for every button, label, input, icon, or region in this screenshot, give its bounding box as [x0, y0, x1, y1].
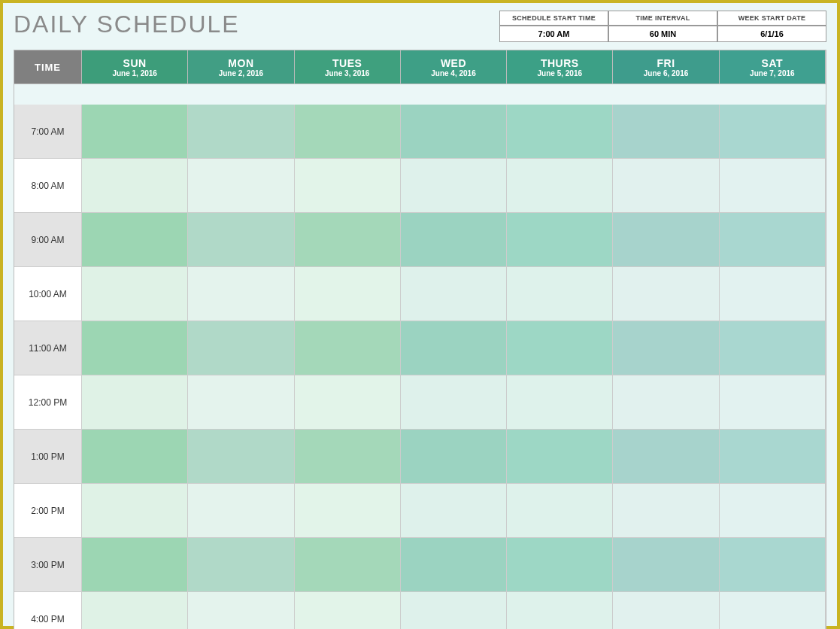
- schedule-cell[interactable]: [613, 213, 719, 267]
- schedule-cell[interactable]: [295, 321, 401, 375]
- schedule-cell[interactable]: [507, 538, 613, 592]
- schedule-cell[interactable]: [295, 105, 401, 159]
- schedule-cell[interactable]: [613, 375, 719, 430]
- meta-value-start-time[interactable]: 7:00 AM: [499, 26, 608, 42]
- schedule-cell[interactable]: [507, 321, 613, 375]
- day-header-tues: TUESJune 3, 2016: [295, 50, 401, 84]
- time-label: 8:00 AM: [14, 159, 82, 213]
- schedule-cell[interactable]: [188, 267, 294, 321]
- schedule-cell[interactable]: [613, 105, 719, 159]
- schedule-cell[interactable]: [188, 592, 294, 629]
- schedule-cell[interactable]: [295, 267, 401, 321]
- schedule-cell[interactable]: [82, 592, 188, 629]
- time-label: 7:00 AM: [14, 105, 82, 159]
- page-title: DAILY SCHEDULE: [14, 11, 490, 38]
- schedule-cell[interactable]: [720, 538, 826, 592]
- day-name: WED: [441, 57, 466, 69]
- schedule-cell[interactable]: [507, 105, 613, 159]
- schedule-cell[interactable]: [720, 375, 826, 430]
- schedule-cell[interactable]: [82, 430, 188, 484]
- time-label: 1:00 PM: [14, 430, 82, 484]
- schedule-cell[interactable]: [188, 213, 294, 267]
- schedule-cell[interactable]: [401, 484, 507, 538]
- schedule-cell[interactable]: [82, 213, 188, 267]
- schedule-cell[interactable]: [507, 159, 613, 213]
- schedule-cell[interactable]: [401, 159, 507, 213]
- schedule-cell[interactable]: [720, 213, 826, 267]
- schedule-cell[interactable]: [188, 430, 294, 484]
- schedule-cell[interactable]: [720, 430, 826, 484]
- schedule-cell[interactable]: [188, 538, 294, 592]
- schedule-cell[interactable]: [295, 430, 401, 484]
- schedule-cell[interactable]: [82, 484, 188, 538]
- schedule-cell[interactable]: [613, 267, 719, 321]
- schedule-cell[interactable]: [82, 538, 188, 592]
- schedule-cell[interactable]: [82, 105, 188, 159]
- schedule-cell[interactable]: [720, 267, 826, 321]
- schedule-cell[interactable]: [401, 267, 507, 321]
- meta-label-start-time: SCHEDULE START TIME: [499, 11, 608, 26]
- day-date: June 7, 2016: [750, 69, 794, 77]
- schedule-cell[interactable]: [507, 484, 613, 538]
- time-label: 4:00 PM: [14, 592, 82, 629]
- schedule-cell[interactable]: [613, 430, 719, 484]
- schedule-cell[interactable]: [401, 105, 507, 159]
- schedule-cell[interactable]: [507, 375, 613, 430]
- schedule-cell[interactable]: [295, 159, 401, 213]
- schedule-cell[interactable]: [188, 375, 294, 430]
- schedule-cell[interactable]: [613, 592, 719, 629]
- schedule-cell[interactable]: [507, 213, 613, 267]
- schedule-cell[interactable]: [82, 375, 188, 430]
- time-column-header: TIME: [14, 50, 82, 84]
- day-name: SAT: [762, 57, 783, 69]
- header: DAILY SCHEDULE SCHEDULE START TIME TIME …: [3, 3, 837, 47]
- schedule-cell[interactable]: [401, 213, 507, 267]
- schedule-cell[interactable]: [295, 484, 401, 538]
- time-label: 10:00 AM: [14, 267, 82, 321]
- schedule-cell[interactable]: [188, 321, 294, 375]
- schedule-cell[interactable]: [82, 267, 188, 321]
- schedule-cell[interactable]: [295, 592, 401, 629]
- schedule-cell[interactable]: [720, 105, 826, 159]
- day-name: TUES: [332, 57, 362, 69]
- schedule-cell[interactable]: [720, 159, 826, 213]
- schedule-cell[interactable]: [401, 538, 507, 592]
- schedule-cell[interactable]: [82, 159, 188, 213]
- meta-value-interval[interactable]: 60 MIN: [608, 26, 717, 42]
- schedule-cell[interactable]: [507, 267, 613, 321]
- schedule-cell[interactable]: [613, 484, 719, 538]
- day-date: June 6, 2016: [644, 69, 688, 77]
- schedule-cell[interactable]: [295, 538, 401, 592]
- schedule-cell[interactable]: [720, 592, 826, 629]
- schedule-cell[interactable]: [613, 159, 719, 213]
- schedule-cell[interactable]: [507, 430, 613, 484]
- schedule-cell[interactable]: [401, 375, 507, 430]
- time-label: 11:00 AM: [14, 321, 82, 375]
- schedule-cell[interactable]: [720, 321, 826, 375]
- time-label: 12:00 PM: [14, 375, 82, 430]
- schedule-cell[interactable]: [401, 430, 507, 484]
- schedule-cell[interactable]: [295, 375, 401, 430]
- schedule-cell[interactable]: [507, 592, 613, 629]
- time-label: 9:00 AM: [14, 213, 82, 267]
- time-label: 2:00 PM: [14, 484, 82, 538]
- schedule-cell[interactable]: [613, 321, 719, 375]
- day-name: FRI: [657, 57, 675, 69]
- day-header-sat: SATJune 7, 2016: [720, 50, 826, 84]
- schedule-cell[interactable]: [82, 321, 188, 375]
- schedule-cell[interactable]: [613, 538, 719, 592]
- meta-table: SCHEDULE START TIME TIME INTERVAL WEEK S…: [499, 11, 826, 42]
- schedule-cell[interactable]: [188, 159, 294, 213]
- schedule-cell[interactable]: [188, 105, 294, 159]
- schedule-cell[interactable]: [401, 592, 507, 629]
- day-header-wed: WEDJune 4, 2016: [401, 50, 507, 84]
- schedule-cell[interactable]: [295, 213, 401, 267]
- time-label: 3:00 PM: [14, 538, 82, 592]
- schedule-cell[interactable]: [720, 484, 826, 538]
- meta-value-week-start[interactable]: 6/1/16: [717, 26, 826, 42]
- schedule-cell[interactable]: [188, 484, 294, 538]
- day-date: June 4, 2016: [431, 69, 475, 77]
- day-header-mon: MONJune 2, 2016: [188, 50, 294, 84]
- day-date: June 2, 2016: [219, 69, 263, 77]
- schedule-cell[interactable]: [401, 321, 507, 375]
